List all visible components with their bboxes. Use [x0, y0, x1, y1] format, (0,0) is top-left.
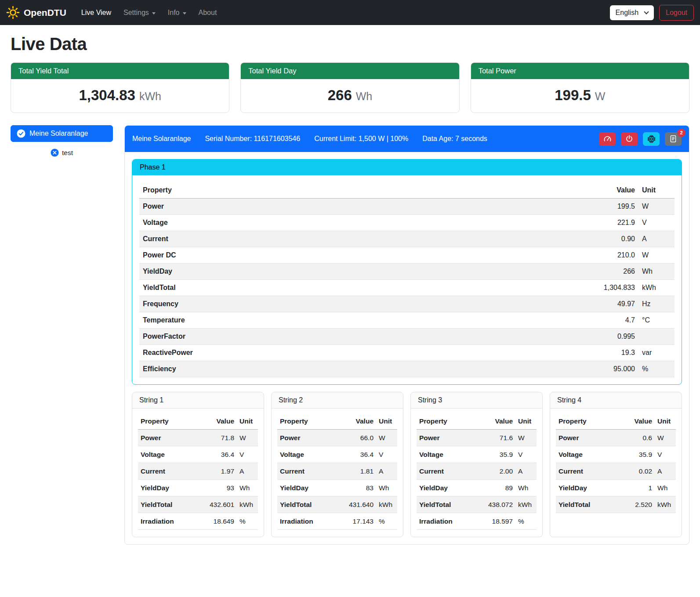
table-row: YieldDay 1 Wh: [556, 480, 676, 496]
table-row: Power 0.6 W: [556, 430, 676, 446]
inverter-select-label: Meine Solaranlage: [29, 130, 88, 137]
summary-card-unit: kWh: [139, 90, 161, 102]
unit-cell: kWh: [655, 496, 676, 513]
table-row: Irradiation 18.597 %: [417, 513, 537, 530]
table-row: Efficiency 95.000 %: [139, 361, 675, 377]
inverter-select-button[interactable]: Meine Solaranlage: [11, 125, 113, 142]
unit-cell: V: [237, 446, 258, 463]
string-3-table: Property Value Unit Power: [417, 413, 537, 530]
language-select[interactable]: English: [610, 5, 654, 20]
property-cell: Temperature: [139, 312, 438, 329]
sun-logo-icon: [6, 6, 20, 19]
property-cell: Current: [138, 463, 194, 480]
logout-button[interactable]: Logout: [659, 5, 694, 21]
property-cell: Irradiation: [417, 513, 472, 530]
value-cell: 18.649: [194, 513, 237, 530]
chevron-down-icon: [152, 12, 156, 14]
property-cell: Power: [556, 430, 617, 446]
table-header-row: Property Value Unit: [417, 413, 537, 430]
unit-cell: W: [515, 430, 537, 446]
event-count-badge: 2: [677, 129, 685, 137]
unit-cell: %: [376, 513, 397, 530]
value-cell: 210.0: [438, 247, 638, 264]
table-row: Voltage 36.4 V: [138, 446, 258, 463]
power-button[interactable]: [621, 132, 638, 146]
table-row: YieldDay 83 Wh: [277, 480, 397, 496]
inverter-name: Meine Solaranlage: [132, 135, 191, 143]
card-total-power: Total Power 199.5W: [471, 62, 689, 113]
property-cell: Power: [139, 199, 438, 215]
value-cell: 49.97: [438, 296, 638, 312]
table-row: YieldTotal 1,304.833 kWh: [139, 280, 675, 296]
inverter-serial: Serial Number: 116171603546: [205, 135, 300, 143]
page-title: Live Data: [11, 34, 689, 54]
unit-cell: %: [237, 513, 258, 530]
property-cell: Voltage: [277, 446, 333, 463]
column-header-unit: Unit: [638, 182, 675, 199]
property-cell: YieldTotal: [277, 496, 333, 513]
value-cell: 19.3: [438, 345, 638, 361]
unit-cell: Wh: [655, 480, 676, 496]
table-row: Voltage 36.4 V: [277, 446, 397, 463]
string-2-table: Property Value Unit Power: [277, 413, 397, 530]
phase-table: Property Value Unit Power: [139, 182, 675, 377]
unit-cell: kWh: [515, 496, 537, 513]
value-cell: 221.9: [438, 215, 638, 231]
nav-item-settings[interactable]: Settings: [120, 5, 159, 20]
value-cell: 1.81: [333, 463, 376, 480]
table-row: Voltage 221.9 V: [139, 215, 675, 231]
table-row: YieldDay 93 Wh: [138, 480, 258, 496]
string-card-title: String 4: [550, 392, 682, 409]
table-row: Power 199.5 W: [139, 199, 675, 215]
table-row: Current 0.90 A: [139, 231, 675, 247]
phase-card-title: Phase 1: [132, 159, 682, 175]
property-cell: Voltage: [417, 446, 472, 463]
string-1-table: Property Value Unit Power: [138, 413, 258, 530]
table-header-row: Property Value Unit: [138, 413, 258, 430]
summary-card-value: 1,304.83: [79, 87, 135, 103]
property-cell: YieldDay: [277, 480, 333, 496]
limit-settings-button[interactable]: [599, 132, 616, 146]
unit-cell: A: [515, 463, 537, 480]
value-cell: 1: [617, 480, 655, 496]
table-row: YieldTotal 432.601 kWh: [138, 496, 258, 513]
nav-item-info[interactable]: Info: [164, 5, 190, 20]
value-cell: 71.6: [472, 430, 515, 446]
sidebar-item-test-label: test: [62, 149, 73, 157]
nav-item-live-view[interactable]: Live View: [78, 5, 115, 20]
unit-cell: Wh: [376, 480, 397, 496]
value-cell: 4.7: [438, 312, 638, 329]
value-cell: 199.5: [438, 199, 638, 215]
column-header-property: Property: [139, 182, 438, 199]
inverter-panel-header: Meine Solaranlage Serial Number: 1161716…: [125, 126, 689, 152]
language-select-value: English: [616, 9, 638, 17]
property-cell: YieldDay: [139, 264, 438, 280]
value-cell: 36.4: [333, 446, 376, 463]
x-circle-icon[interactable]: [51, 148, 59, 157]
property-cell: Frequency: [139, 296, 438, 312]
sidebar-item-test[interactable]: test: [11, 148, 113, 157]
property-cell: YieldTotal: [139, 280, 438, 296]
inverter-panel: Meine Solaranlage Serial Number: 1161716…: [124, 125, 689, 545]
table-row: PowerFactor 0.995: [139, 329, 675, 345]
table-row: Power DC 210.0 W: [139, 247, 675, 264]
value-cell: 35.9: [617, 446, 655, 463]
event-log-button[interactable]: 2: [665, 132, 682, 146]
summary-card-title: Total Power: [471, 63, 689, 79]
device-info-button[interactable]: [643, 132, 660, 146]
value-cell: 66.0: [333, 430, 376, 446]
string-4-table: Property Value Unit Power: [556, 413, 676, 513]
nav-item-label: Settings: [123, 9, 149, 17]
table-row: Irradiation 18.649 %: [138, 513, 258, 530]
property-cell: Power DC: [139, 247, 438, 264]
property-cell: Power: [138, 430, 194, 446]
table-row: Current 1.97 A: [138, 463, 258, 480]
nav-item-about[interactable]: About: [195, 5, 221, 20]
unit-cell: V: [638, 215, 675, 231]
value-cell: 2.520: [617, 496, 655, 513]
brand[interactable]: OpenDTU: [6, 6, 66, 19]
unit-cell: A: [638, 231, 675, 247]
value-cell: 93: [194, 480, 237, 496]
value-cell: 71.8: [194, 430, 237, 446]
unit-cell: W: [638, 199, 675, 215]
